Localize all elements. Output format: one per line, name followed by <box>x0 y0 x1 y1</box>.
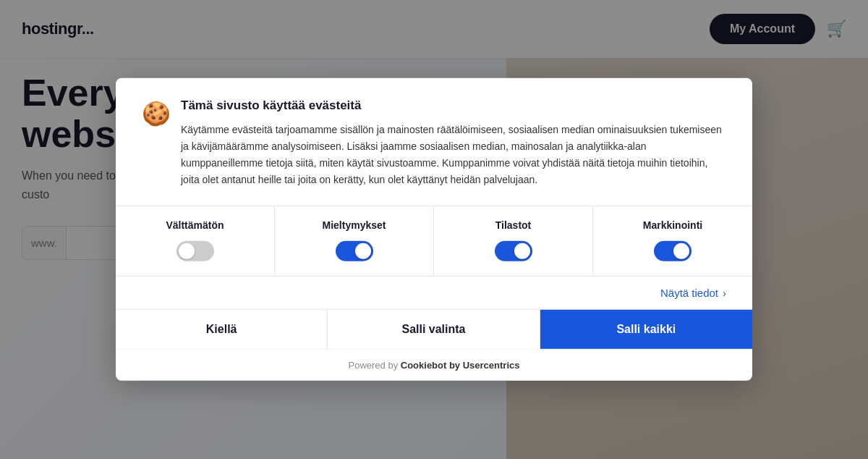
modal-header: 🍪 Tämä sivusto käyttää evästeitä Käytämm… <box>116 78 752 200</box>
modal-body: Tämä sivusto käyttää evästeitä Käytämme … <box>181 98 726 188</box>
details-row: Näytä tiedot › <box>116 277 752 309</box>
modal-title: Tämä sivusto käyttää evästeitä <box>181 98 726 113</box>
powered-by-name: Cookiebot by Usercentrics <box>401 360 520 371</box>
consent-toggles-table: Välttämätön Mieltymykset Tilastot Markki… <box>116 206 752 277</box>
allow-selection-button[interactable]: Salli valinta <box>328 310 540 349</box>
toggle-thumb-statistics <box>514 243 530 259</box>
toggle-label-necessary: Välttämätön <box>166 219 224 231</box>
toggle-thumb-preferences <box>355 243 371 259</box>
toggle-cell-marketing: Markkinointi <box>593 206 752 276</box>
show-details-link[interactable]: Näytä tiedot <box>660 287 718 299</box>
allow-all-button[interactable]: Salli kaikki <box>540 310 752 349</box>
chevron-right-icon: › <box>723 287 726 299</box>
toggle-label-statistics: Tilastot <box>495 219 532 231</box>
powered-by-footer: Powered by Cookiebot by Usercentrics <box>116 349 752 381</box>
toggle-cell-statistics: Tilastot <box>434 206 593 276</box>
cookie-consent-modal: 🍪 Tämä sivusto käyttää evästeitä Käytämm… <box>116 78 752 381</box>
toggle-cell-necessary: Välttämätön <box>116 206 275 276</box>
toggle-marketing[interactable] <box>654 241 692 261</box>
toggle-label-preferences: Mieltymykset <box>323 219 386 231</box>
toggle-necessary[interactable] <box>176 241 214 261</box>
modal-description: Käytämme evästeitä tarjoamamme sisällön … <box>181 122 726 188</box>
toggle-label-marketing: Markkinointi <box>643 219 702 231</box>
toggle-cell-preferences: Mieltymykset <box>275 206 434 276</box>
deny-button[interactable]: Kiellä <box>116 310 328 349</box>
toggle-thumb-necessary <box>179 243 195 259</box>
modal-action-buttons: Kiellä Salli valinta Salli kaikki <box>116 309 752 349</box>
toggle-thumb-marketing <box>673 243 689 259</box>
toggle-preferences[interactable] <box>336 241 373 261</box>
toggle-statistics[interactable] <box>495 241 532 261</box>
powered-by-prefix: Powered by <box>349 360 401 371</box>
cookie-icon: 🍪 <box>142 100 171 127</box>
